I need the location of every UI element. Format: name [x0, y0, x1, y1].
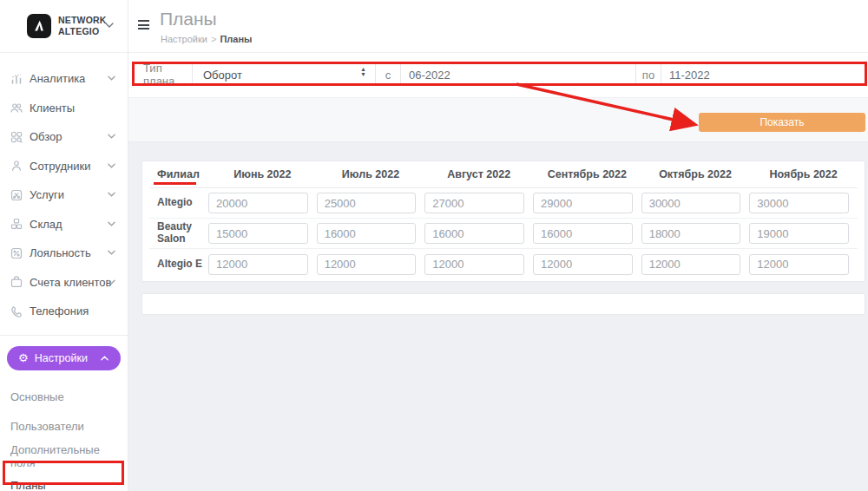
branch-name: Altegio E: [149, 259, 208, 271]
plan-type-select[interactable]: Оборот ▲▼: [193, 63, 376, 86]
date-from-input[interactable]: [401, 69, 635, 82]
column-header-month: Июнь 2022: [208, 168, 317, 180]
sidebar: NETWORK ALTEGIO Аналитика Клиенты: [0, 0, 128, 491]
sidebar-item-label: Клиенты: [30, 101, 75, 115]
plan-value-input[interactable]: [424, 193, 524, 213]
chevron-up-icon: [101, 356, 108, 361]
brand-name: NETWORK ALTEGIO: [58, 15, 107, 37]
column-header-month: Октябрь 2022: [641, 168, 750, 180]
sidebar-subitem-extra-fields[interactable]: Дополнительные поля: [0, 442, 128, 471]
date-to-input[interactable]: [661, 69, 865, 82]
sidebar-item-employees[interactable]: Сотрудники: [0, 152, 128, 181]
sidebar-item-analytics[interactable]: Аналитика: [0, 64, 128, 94]
chevron-down-icon: [108, 221, 115, 226]
sidebar-subitem-users[interactable]: Пользователи: [0, 412, 128, 442]
telephony-icon: [9, 304, 23, 318]
show-button[interactable]: Показать: [699, 113, 865, 132]
table-row: Altegio: [149, 188, 858, 219]
services-icon: [9, 187, 23, 202]
chevron-down-icon: [105, 23, 114, 28]
plan-value-input[interactable]: [424, 223, 524, 244]
employees-icon: [9, 159, 23, 173]
plan-value-input[interactable]: [424, 254, 524, 275]
hamburger-menu-icon[interactable]: [138, 20, 149, 29]
plan-value-input[interactable]: [641, 193, 741, 213]
table-header-row: Филиал Июнь 2022 Июль 2022 Август 2022 С…: [149, 161, 858, 188]
overview-icon: [9, 129, 23, 144]
sidebar-item-label: Услуги: [30, 188, 64, 201]
sidebar-item-label: Склад: [30, 218, 62, 231]
date-to-label: по: [636, 63, 661, 86]
loyalty-icon: [9, 245, 23, 260]
chevron-down-icon: [108, 279, 115, 285]
plan-value-input[interactable]: [208, 254, 308, 275]
sidebar-item-label: Лояльность: [30, 246, 91, 259]
column-header-month: Июль 2022: [317, 168, 425, 180]
clients-icon: [9, 101, 23, 115]
sidebar-item-overview[interactable]: Обзор: [0, 122, 128, 152]
plan-value-input[interactable]: [749, 193, 849, 213]
column-header-month: Август 2022: [424, 168, 533, 180]
breadcrumb-separator: >: [211, 34, 216, 44]
sidebar-item-telephony[interactable]: Телефония: [0, 297, 128, 326]
warehouse-icon: [9, 217, 23, 232]
plan-value-input[interactable]: [641, 254, 741, 275]
sidebar-menu: Аналитика Клиенты Обзор Сотрудники: [0, 53, 128, 491]
plan-value-input[interactable]: [208, 193, 308, 213]
sidebar-item-services[interactable]: Услуги: [0, 180, 128, 210]
sidebar-item-label: Сотрудники: [30, 160, 90, 173]
plan-value-input[interactable]: [749, 223, 849, 244]
plan-value-input[interactable]: [749, 254, 849, 275]
column-header-month: Сентябрь 2022: [533, 168, 641, 180]
chevron-down-icon: [108, 163, 115, 168]
analytics-icon: [9, 71, 23, 86]
plan-type-label: Тип плана: [135, 63, 193, 86]
table-row: Beauty Salon: [149, 219, 858, 249]
accounts-icon: [9, 275, 23, 290]
chevron-down-icon: [108, 134, 115, 139]
sidebar-item-label: Телефония: [30, 304, 89, 318]
select-spinner-icon: ▲▼: [360, 67, 366, 77]
sidebar-item-client-accounts[interactable]: Счета клиентов: [0, 268, 128, 298]
brand-switcher[interactable]: NETWORK ALTEGIO: [0, 0, 128, 53]
sidebar-subitem-plans[interactable]: Планы: [0, 471, 128, 491]
filter-bar: Тип плана Оборот ▲▼ с по: [135, 63, 865, 86]
sidebar-item-settings[interactable]: ⚙ Настройки: [7, 346, 121, 370]
chevron-down-icon: [108, 250, 115, 255]
branch-name: Beauty Salon: [149, 221, 208, 245]
sidebar-item-label: Аналитика: [30, 72, 85, 85]
plan-value-input[interactable]: [208, 223, 308, 244]
breadcrumb: Настройки>Планы: [161, 34, 252, 44]
plans-table: Филиал Июнь 2022 Июль 2022 Август 2022 С…: [141, 160, 865, 282]
plan-value-input[interactable]: [317, 254, 417, 275]
page-header: [128, 0, 868, 53]
gear-icon: ⚙: [18, 352, 29, 363]
breadcrumb-root[interactable]: Настройки: [161, 34, 207, 44]
breadcrumb-current: Планы: [220, 34, 252, 44]
table-row: Altegio E: [149, 249, 858, 279]
empty-footer-card: [141, 293, 865, 315]
sidebar-divider: [0, 335, 128, 336]
plan-type-value: Оборот: [203, 69, 242, 82]
altegio-logo-icon: [27, 14, 51, 38]
plan-value-input[interactable]: [533, 254, 633, 275]
sidebar-subitem-general[interactable]: Основные: [0, 383, 128, 412]
chevron-down-icon: [108, 192, 115, 197]
branch-name: Altegio: [149, 197, 208, 209]
sidebar-item-loyalty[interactable]: Лояльность: [0, 239, 128, 268]
plan-value-input[interactable]: [317, 223, 417, 244]
plan-value-input[interactable]: [641, 223, 741, 244]
sidebar-item-label: Обзор: [30, 130, 62, 143]
date-from-label: с: [376, 63, 401, 86]
plan-value-input[interactable]: [533, 223, 633, 244]
sidebar-item-label: Счета клиентов: [30, 276, 112, 289]
page-title: Планы: [160, 9, 217, 29]
sidebar-item-warehouse[interactable]: Склад: [0, 210, 128, 239]
plan-value-input[interactable]: [317, 193, 417, 213]
plan-value-input[interactable]: [533, 193, 633, 213]
column-header-branch: Филиал: [149, 168, 208, 180]
column-header-month: Ноябрь 2022: [749, 168, 858, 180]
sidebar-item-label: Настройки: [35, 352, 88, 364]
settings-submenu: Основные Пользователи Дополнительные пол…: [0, 370, 128, 491]
sidebar-item-clients[interactable]: Клиенты: [0, 94, 128, 123]
